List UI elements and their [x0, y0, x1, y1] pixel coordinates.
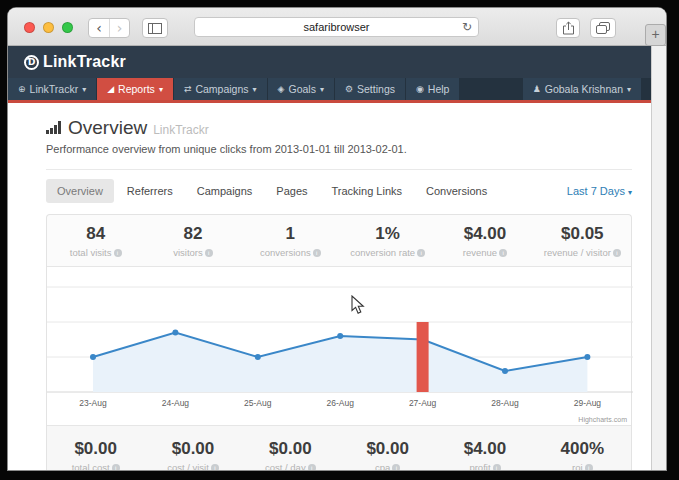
stat-label: roi [572, 462, 583, 470]
info-icon[interactable] [417, 249, 425, 257]
nav-item-help[interactable]: ◉ Help [406, 78, 459, 100]
nav-label: Reports [118, 78, 155, 100]
tab-overview[interactable]: Overview [46, 179, 114, 203]
reload-icon[interactable]: ↻ [462, 18, 472, 36]
stat-label: conversion rate [350, 247, 415, 258]
stat-label: revenue / visitor [544, 247, 611, 258]
browser-chrome: ‹ › safaribrowser ↻ [8, 8, 666, 46]
info-icon[interactable] [493, 464, 501, 470]
stat-cost-per-day: $0.00 cost / day [242, 430, 339, 470]
date-range-label: Last 7 Days [567, 185, 625, 197]
page-title: Overview [68, 117, 147, 139]
stat-label: conversions [260, 247, 311, 258]
caret-down-icon [253, 78, 257, 101]
report-content: Overview LinkTrackr Performance overview… [8, 103, 651, 470]
nav-item-campaigns[interactable]: ⇄ Campaigns [174, 78, 267, 100]
sidebar-toggle-button[interactable] [142, 18, 168, 38]
area-chart-svg[interactable]: 23-Aug24-Aug25-Aug26-Aug27-Aug28-Aug29-A… [47, 267, 633, 427]
share-button[interactable] [556, 18, 580, 38]
date-range-select[interactable]: Last 7 Days [567, 185, 632, 198]
page-scrollbar[interactable] [651, 46, 666, 470]
nav-item-linktrackr[interactable]: ⊕ LinkTrackr [8, 78, 96, 100]
stat-label: revenue [463, 247, 497, 258]
stat-cpa: $0.00 cpa [339, 430, 436, 470]
history-nav-buttons: ‹ › [88, 18, 130, 38]
info-icon[interactable] [205, 249, 213, 257]
nav-label: Campaigns [195, 78, 248, 100]
share-icon [562, 21, 575, 35]
wrench-icon: ⚙ [345, 78, 353, 100]
tab-referrers[interactable]: Referrers [116, 179, 184, 203]
shuffle-icon: ⇄ [184, 78, 192, 100]
stat-value: $0.00 [339, 439, 436, 459]
stat-value: 82 [144, 224, 241, 244]
info-icon[interactable] [499, 249, 507, 257]
stat-visitors: 82 visitors [144, 215, 241, 266]
stat-conversion-rate: 1% conversion rate [339, 215, 436, 266]
globe-icon: ⊕ [18, 78, 26, 100]
stat-value: 400% [534, 439, 631, 459]
svg-text:24-Aug: 24-Aug [162, 398, 190, 408]
svg-text:25-Aug: 25-Aug [244, 398, 272, 408]
minimize-window-button[interactable] [43, 22, 54, 33]
stat-label: total visits [70, 247, 112, 258]
stat-revenue: $4.00 revenue [436, 215, 533, 266]
chart-credit: Highcharts.com [578, 416, 627, 423]
nav-item-reports[interactable]: ◢ Reports [97, 78, 173, 100]
app-header: Ɗ LinkTrackr [8, 46, 651, 78]
tab-pages[interactable]: Pages [265, 179, 318, 203]
caret-down-icon [627, 78, 631, 101]
main-nav: ⊕ LinkTrackr ◢ Reports ⇄ Campaigns ◈ Goa… [8, 78, 651, 103]
show-tabs-button[interactable] [590, 18, 616, 38]
stats-panel: 84 total visits 82 visitors 1 conversion… [46, 214, 632, 470]
nav-item-settings[interactable]: ⚙ Settings [335, 78, 405, 100]
caret-down-icon [82, 78, 86, 101]
goal-icon: ◈ [278, 78, 285, 100]
stats-row-top: 84 total visits 82 visitors 1 conversion… [47, 215, 631, 266]
tab-campaigns[interactable]: Campaigns [186, 179, 264, 203]
svg-text:27-Aug: 27-Aug [409, 398, 437, 408]
stat-value: $0.00 [47, 439, 144, 459]
user-menu[interactable]: ♟ Gobala Krishnan [523, 78, 641, 100]
close-window-button[interactable] [24, 22, 35, 33]
user-name: Gobala Krishnan [545, 78, 623, 100]
info-icon[interactable] [114, 249, 122, 257]
back-icon[interactable]: ‹ [89, 19, 109, 37]
zoom-window-button[interactable] [62, 22, 73, 33]
stat-value: 84 [47, 224, 144, 244]
info-icon[interactable] [392, 464, 400, 470]
visits-chart[interactable]: 23-Aug24-Aug25-Aug26-Aug27-Aug28-Aug29-A… [47, 266, 631, 426]
tab-tracking-links[interactable]: Tracking Links [321, 179, 414, 203]
url-text: safaribrowser [303, 21, 369, 33]
svg-text:29-Aug: 29-Aug [574, 398, 602, 408]
brand-name: LinkTrackr [43, 53, 126, 71]
report-tabs: Overview Referrers Campaigns Pages Track… [46, 179, 632, 203]
info-icon[interactable] [313, 249, 321, 257]
stat-label: total cost [72, 462, 110, 470]
stat-label: profit [469, 462, 490, 470]
info-icon[interactable] [585, 464, 593, 470]
nav-item-goals[interactable]: ◈ Goals [268, 78, 334, 100]
new-tab-button[interactable] [645, 24, 666, 46]
svg-text:26-Aug: 26-Aug [326, 398, 354, 408]
page-subtitle: Performance overview from unique clicks … [46, 143, 632, 155]
user-icon: ♟ [533, 78, 541, 100]
info-icon[interactable] [211, 464, 219, 470]
info-icon[interactable] [613, 249, 621, 257]
stat-label: cost / visit [167, 462, 209, 470]
stat-value: $4.00 [436, 224, 533, 244]
stat-total-visits: 84 total visits [47, 215, 144, 266]
stat-value: 1 [242, 224, 339, 244]
address-bar[interactable]: safaribrowser ↻ [194, 17, 479, 37]
forward-icon[interactable]: › [109, 19, 129, 37]
sidebar-icon [148, 23, 162, 34]
stat-label: visitors [173, 247, 203, 258]
info-icon[interactable] [308, 464, 316, 470]
tab-conversions[interactable]: Conversions [415, 179, 498, 203]
stat-roi: 400% roi [534, 430, 631, 470]
caret-down-icon [159, 78, 163, 101]
browser-window: ‹ › safaribrowser ↻ [8, 8, 666, 470]
stat-label: cpa [375, 462, 390, 470]
stat-value: $0.05 [534, 224, 631, 244]
info-icon[interactable] [112, 464, 120, 470]
